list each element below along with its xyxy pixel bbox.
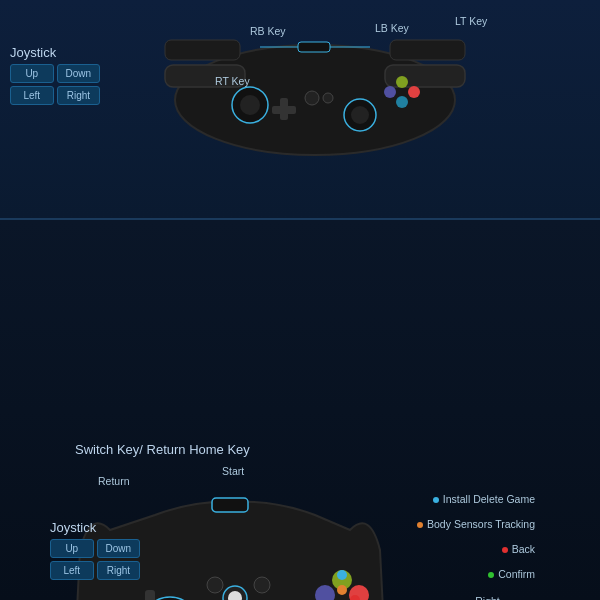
svg-rect-41 xyxy=(272,106,296,114)
key-up: Up xyxy=(10,64,54,83)
body-label: Body Sensors Tracking xyxy=(417,518,535,530)
svg-point-61 xyxy=(254,577,270,593)
svg-point-62 xyxy=(207,577,223,593)
svg-point-64 xyxy=(337,570,347,580)
svg-point-36 xyxy=(384,86,396,98)
top-controller-svg xyxy=(150,20,480,160)
svg-rect-31 xyxy=(298,42,330,52)
svg-point-38 xyxy=(408,86,420,98)
visual-section: Visual Right Dowm Up Left xyxy=(419,595,505,600)
rt-key-label: RT Key xyxy=(215,75,250,87)
key-right: Right xyxy=(57,86,101,105)
bot-key-right: Right xyxy=(97,561,141,580)
svg-rect-48 xyxy=(212,498,248,512)
svg-point-42 xyxy=(305,91,319,105)
bottom-section: Switch Key/ Return Home Key Return Start xyxy=(0,220,600,600)
top-joystick-title: Joystick xyxy=(10,45,100,60)
key-down: Down xyxy=(57,64,101,83)
lt-key-label: LT Key xyxy=(455,15,487,27)
top-key-grid: Up Down Left Right xyxy=(10,64,100,105)
top-section: Joystick Up Down Left Right xyxy=(0,0,600,220)
svg-point-35 xyxy=(351,106,369,124)
confirm-label: Confirm xyxy=(488,568,535,580)
svg-point-37 xyxy=(396,76,408,88)
bot-key-up: Up xyxy=(50,539,94,558)
rb-key-label: RB Key xyxy=(250,25,286,37)
svg-point-65 xyxy=(337,585,347,595)
svg-point-33 xyxy=(240,95,260,115)
svg-rect-29 xyxy=(165,40,240,60)
bottom-joystick-box: Joystick Up Down Left Right xyxy=(50,520,140,580)
svg-point-43 xyxy=(323,93,333,103)
svg-rect-30 xyxy=(390,40,465,60)
back-label: Back xyxy=(502,543,535,555)
bottom-key-grid: Up Down Left Right xyxy=(50,539,140,580)
bot-key-down: Down xyxy=(97,539,141,558)
visual-directions: Right Dowm Up Left xyxy=(475,595,505,600)
key-left: Left xyxy=(10,86,54,105)
lb-key-label: LB Key xyxy=(375,22,409,34)
top-controller-area: RB Key LB Key LT Key RT Key xyxy=(150,20,530,190)
bottom-joystick-title: Joystick xyxy=(50,520,140,535)
dir-right: Right xyxy=(475,595,505,600)
svg-rect-53 xyxy=(145,590,155,600)
top-joystick-box: Joystick Up Down Left Right xyxy=(10,45,100,105)
svg-point-39 xyxy=(396,96,408,108)
bot-key-left: Left xyxy=(50,561,94,580)
install-label: Install Delete Game xyxy=(433,493,535,505)
